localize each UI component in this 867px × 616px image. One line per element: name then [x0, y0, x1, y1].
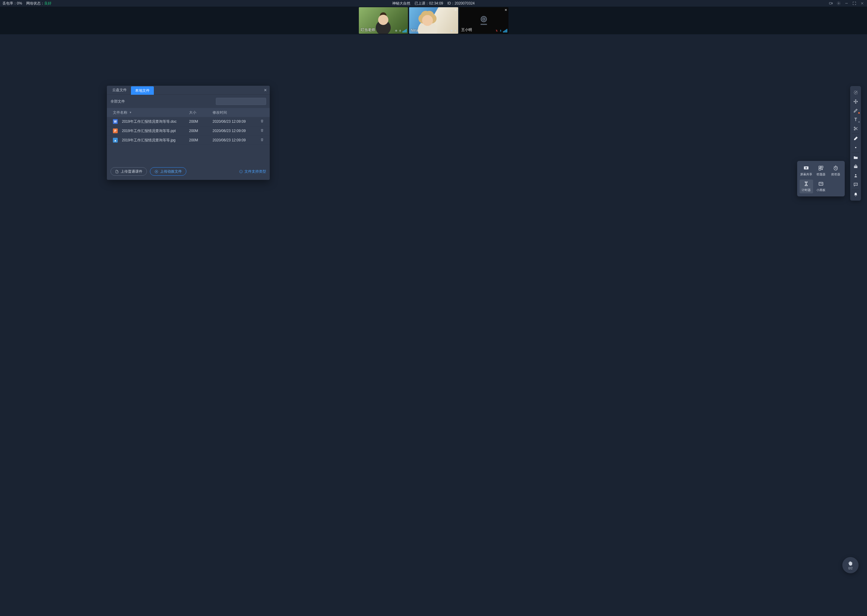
modal-close-icon[interactable]: ×	[264, 88, 267, 93]
svg-point-6	[451, 30, 452, 31]
top-bar: 丢包率：0% 网络状态：良好 神秘大自然 已上课：02:34:09 ID：202…	[0, 0, 867, 6]
tool-toolbox-icon[interactable]	[850, 162, 861, 171]
tools-popup: 屏幕共享 答题器 抢答器 计时器 小黑板	[797, 161, 845, 196]
tool-chat-icon[interactable]	[850, 180, 861, 189]
fullscreen-icon[interactable]	[852, 1, 857, 6]
svg-rect-16	[819, 166, 821, 168]
file-type-icon: W	[113, 119, 118, 124]
table-row[interactable]: ▲2019年工作汇报情况查询等等.jpg200M2020/06/23 12:09…	[107, 136, 270, 145]
camera-switch-icon[interactable]	[828, 1, 833, 6]
audio-indicator	[450, 29, 457, 33]
col-size[interactable]: 大小	[189, 110, 213, 115]
col-filename[interactable]: 文件名称	[113, 110, 127, 115]
col-modified[interactable]: 修改时间	[213, 110, 258, 115]
class-title: 神秘大自然	[392, 1, 410, 6]
table-header: 文件名称 ▼ 大小 修改时间	[107, 108, 270, 117]
svg-rect-4	[400, 30, 400, 31]
svg-rect-0	[829, 2, 832, 4]
audio-indicator	[495, 29, 507, 33]
upload-plain-button[interactable]: 上传普通课件	[110, 167, 147, 176]
search-input[interactable]	[216, 98, 266, 105]
file-time: 2020/06/23 12:09:09	[213, 138, 258, 142]
tool-answer[interactable]: 答题器	[814, 164, 828, 178]
tab-local-files[interactable]: 本地文件	[131, 86, 154, 95]
svg-rect-24	[854, 166, 857, 168]
svg-point-1	[838, 3, 839, 4]
tool-move-icon[interactable]	[850, 97, 861, 106]
svg-point-23	[855, 147, 856, 148]
tool-rush-answer[interactable]: 抢答器	[829, 164, 842, 178]
class-elapsed: 已上课：02:34:09	[415, 1, 443, 6]
video-strip: 叮当老师 × Nina × 王小明	[0, 6, 867, 34]
right-toolbar	[850, 86, 861, 201]
delete-file-icon[interactable]	[258, 138, 266, 143]
file-name: 2019年工作汇报情况查询等等.jpg	[122, 138, 175, 143]
file-name: 2019年工作汇报情况查询等等.ppt	[122, 129, 176, 134]
tool-folder-icon[interactable]	[850, 153, 861, 162]
tile-close-icon[interactable]: ×	[454, 8, 457, 12]
delete-file-icon[interactable]	[258, 119, 266, 124]
raise-hand-button[interactable]: 0/2	[842, 557, 859, 573]
svg-rect-11	[500, 30, 501, 31]
video-tile-student[interactable]: × Nina	[409, 7, 458, 34]
raise-hand-count: 0/2	[848, 567, 853, 570]
svg-point-3	[396, 30, 396, 31]
participant-name: Nina	[411, 28, 418, 33]
participant-name: 叮当老师	[361, 27, 375, 33]
audio-indicator	[395, 29, 407, 33]
tile-close-icon[interactable]: ×	[504, 8, 507, 12]
file-time: 2020/06/23 12:09:09	[213, 119, 258, 124]
tool-laser-icon[interactable]	[850, 88, 861, 97]
settings-icon[interactable]	[836, 1, 841, 6]
file-list: W2019年工作汇报情况查询等等.doc200M2020/06/23 12:09…	[107, 117, 270, 145]
pen-color-dot	[858, 112, 860, 114]
tool-person-icon[interactable]	[850, 171, 861, 180]
table-row[interactable]: W2019年工作汇报情况查询等等.doc200M2020/06/23 12:09…	[107, 117, 270, 126]
svg-point-9	[483, 18, 485, 20]
video-tile-student[interactable]: × 王小明	[459, 7, 508, 34]
tab-cloud-files[interactable]: 云盘文件	[108, 86, 131, 94]
tool-shape-icon[interactable]	[850, 143, 861, 152]
svg-point-25	[855, 174, 856, 175]
table-row[interactable]: P2019年工作汇报情况查询等等.ppt200M2020/06/23 12:09…	[107, 126, 270, 136]
svg-rect-18	[819, 168, 821, 170]
tool-eraser-icon[interactable]	[850, 134, 861, 143]
file-name: 2019年工作汇报情况查询等等.doc	[122, 119, 177, 124]
svg-point-22	[854, 129, 855, 130]
file-size: 200M	[189, 129, 213, 133]
video-tile-teacher[interactable]: 叮当老师	[359, 7, 408, 34]
tool-pen-icon[interactable]	[850, 106, 861, 115]
tool-scissors-icon[interactable]	[850, 124, 861, 133]
svg-rect-7	[455, 30, 456, 31]
section-all-files: 全部文件	[110, 99, 125, 104]
supported-types-link[interactable]: 文件支持类型	[239, 169, 266, 174]
tool-timer[interactable]: 计时器	[799, 179, 813, 193]
delete-file-icon[interactable]	[258, 129, 266, 133]
tool-bell-icon[interactable]	[850, 190, 861, 199]
camera-off-icon	[478, 14, 490, 27]
class-id: ID：2020070324	[447, 1, 475, 6]
participant-name: 王小明	[461, 27, 472, 33]
sort-caret-icon[interactable]: ▼	[129, 111, 132, 114]
file-time: 2020/06/23 12:09:09	[213, 129, 258, 133]
tool-blackboard[interactable]: 小黑板	[814, 179, 828, 193]
file-type-icon: ▲	[113, 138, 118, 143]
svg-rect-20	[819, 182, 823, 185]
minimize-icon[interactable]	[844, 1, 849, 6]
packet-loss: 丢包率：0%	[2, 1, 22, 6]
svg-point-8	[481, 16, 487, 22]
file-size: 200M	[189, 138, 213, 142]
file-type-icon: P	[113, 129, 118, 133]
tool-screen-share[interactable]: 屏幕共享	[799, 164, 813, 178]
svg-rect-17	[821, 166, 823, 168]
file-size: 200M	[189, 119, 213, 124]
close-window-icon[interactable]	[860, 1, 865, 6]
file-modal: 云盘文件 本地文件 × 全部文件 文件名称 ▼ 大小 修改时间 W2019年工作…	[107, 86, 270, 180]
text-option-dot	[858, 121, 860, 123]
upload-animated-button[interactable]: 上传动效文件	[150, 167, 186, 176]
network-status: 网络状态：良好	[26, 1, 52, 6]
svg-point-21	[854, 127, 855, 128]
tool-text-icon[interactable]	[850, 115, 861, 124]
